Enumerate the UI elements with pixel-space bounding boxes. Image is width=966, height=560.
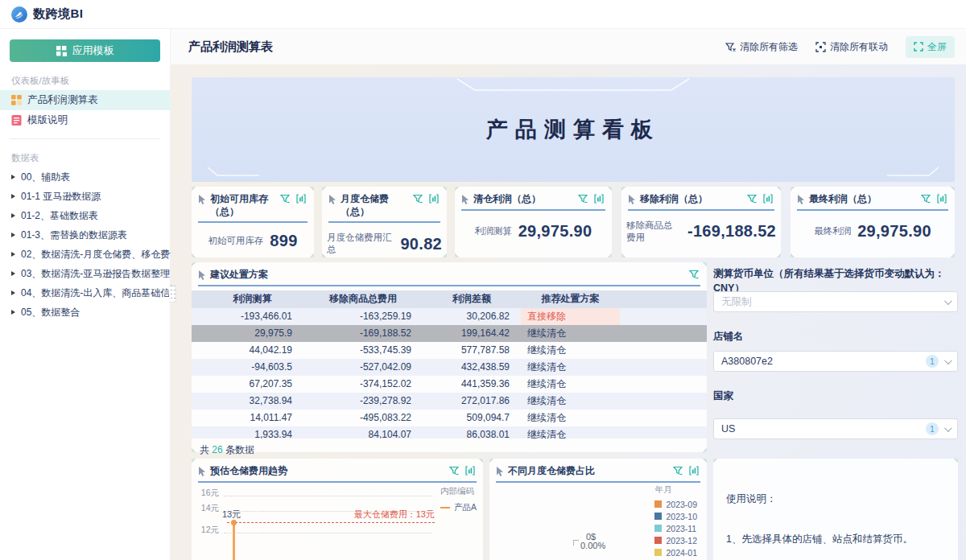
chart-icon[interactable]	[594, 194, 604, 204]
filter-icon[interactable]	[413, 194, 423, 204]
legend-item[interactable]: 2023-11	[654, 522, 697, 534]
footer-suffix: 条数据	[225, 444, 254, 455]
clear-filter-icon	[725, 42, 736, 52]
expand-arrow-icon[interactable]	[11, 175, 15, 179]
cell-plan: 继续清仓	[521, 327, 620, 340]
filter-icon[interactable]	[921, 194, 931, 204]
shop-select[interactable]: A380807e2 1	[713, 351, 958, 372]
table-row[interactable]: 1,933.94 84,104.07 86,038.01 继续清仓	[192, 426, 707, 439]
col-header[interactable]: 移除商品总费用	[303, 292, 423, 306]
expand-arrow-icon[interactable]	[11, 310, 15, 315]
col-header[interactable]: 利润测算	[201, 292, 303, 306]
filter-icon[interactable]	[673, 466, 683, 476]
table-row[interactable]: -193,466.01 -163,259.19 30,206.82 直接移除	[192, 308, 707, 325]
col-header[interactable]: 推荐处置方案	[521, 292, 620, 306]
kpi-card-monthly-storage-fee[interactable]: 月度仓储费（总） 月度仓储费用汇总 90.82	[322, 187, 447, 257]
main-area: 产品利润测算表 清除所有筛选 清除所有联动	[171, 29, 966, 560]
legend-item[interactable]: 2023-12	[654, 534, 697, 546]
sidebar-item-template-notes[interactable]: 模版说明	[0, 110, 170, 130]
table-item-label: 05、数据整合	[21, 306, 80, 319]
chart-icon[interactable]	[429, 194, 439, 204]
sidebar-collapse-handle[interactable]	[169, 285, 176, 303]
y-axis-tick: 12元	[196, 525, 219, 536]
monthly-fee-ratio-pie-card[interactable]: 不同月度仓储费占比 年月 2023-09 2023-10 2023-11 202…	[489, 459, 707, 560]
filter-icon[interactable]	[449, 466, 459, 476]
filter-icon[interactable]	[578, 194, 588, 204]
sidebar-table-item-03[interactable]: 03、数据清洗-亚马逊报告数据整理	[0, 264, 170, 283]
cell-removal-cost: 84,104.07	[303, 429, 423, 439]
fullscreen-icon	[914, 42, 923, 51]
sidebar-table-item-01-2[interactable]: 01-2、基础数据表	[0, 206, 170, 225]
legend-item[interactable]: 2023-09	[654, 498, 697, 510]
chart-icon[interactable]	[689, 466, 699, 476]
legend-item[interactable]: 2023-10	[654, 510, 697, 522]
legend-swatch	[654, 537, 662, 544]
col-header[interactable]: 利润差额	[423, 292, 521, 306]
currency-select[interactable]: 无限制	[713, 291, 958, 312]
sidebar-table-item-05[interactable]: 05、数据整合	[0, 303, 170, 322]
data-point-label: 13元	[222, 509, 241, 521]
sidebar-table-item-01-3[interactable]: 01-3、需替换的数据源表	[0, 225, 170, 245]
sidebar-divider	[10, 138, 160, 139]
usage-step-1: 1、先选择具体的店铺、站点和结算货币。	[726, 533, 913, 546]
sidebar-item-label: 产品利润测算表	[27, 93, 98, 107]
table-row[interactable]: 67,207.35 -374,152.02 441,359.36 继续清仓	[192, 376, 707, 393]
table-footer: 共 26 条数据	[192, 439, 707, 457]
sidebar-table-item-01-1[interactable]: 01-1 亚马逊数据源	[0, 187, 170, 206]
fullscreen-button[interactable]: 全屏	[906, 36, 955, 58]
chart-icon[interactable]	[465, 466, 475, 476]
data-point[interactable]	[231, 520, 237, 525]
filter-icon[interactable]	[747, 194, 757, 204]
dashboard-canvas: 产品测算看板 初始可用库存（总） 初始可用库存 899 月度仓	[171, 64, 966, 560]
kpi-card-clearance-profit[interactable]: 清仓利润（总） 利润测算 29,975.90	[455, 187, 612, 257]
cell-profit-diff: 432,438.59	[423, 361, 521, 373]
legend-item-product-a[interactable]: 产品A	[440, 502, 477, 513]
chevron-down-icon	[944, 424, 952, 432]
kpi-card-final-profit[interactable]: 最终利润（总） 最终利润 29,975.90	[791, 187, 955, 257]
sidebar-item-profit-sheet[interactable]: 产品利润测算表	[0, 90, 170, 110]
apply-template-button[interactable]: 应用模板	[10, 39, 160, 62]
document-icon	[11, 115, 22, 126]
table-row[interactable]: -94,603.5 -527,042.09 432,438.59 继续清仓	[192, 359, 707, 376]
expand-arrow-icon[interactable]	[11, 213, 15, 218]
cell-plan: 继续清仓	[521, 428, 620, 439]
cell-profit: 44,042.19	[201, 344, 303, 356]
country-select[interactable]: US 1	[713, 418, 958, 439]
sidebar-table-item-00[interactable]: 00、辅助表	[0, 167, 170, 187]
storage-fee-trend-chart-card[interactable]: 预估仓储费用趋势 16元 14元 12元 13元 最大仓储费用：13元 内部编码	[192, 459, 483, 560]
grid-icon	[56, 46, 67, 56]
chart-icon[interactable]	[937, 194, 947, 204]
sidebar-table-item-02[interactable]: 02、数据清洗-月度仓储费、移仓费计算	[0, 245, 170, 264]
filter-icon[interactable]	[280, 194, 290, 204]
suggestion-table[interactable]: 利润测算 移除商品总费用 利润差额 推荐处置方案 -193,466.01 -16…	[192, 290, 707, 439]
expand-arrow-icon[interactable]	[11, 233, 15, 237]
row-count: 26	[212, 444, 222, 455]
pie-label-leader-line	[573, 540, 579, 546]
clear-filters-button[interactable]: 清除所有筛选	[725, 40, 798, 54]
table-row-selected[interactable]: 29,975.9 -169,188.52 199,164.42 继续清仓	[192, 325, 707, 342]
suggestion-table-card[interactable]: 建议处置方案 利润测算 移除商品总费用 利润差额 推荐处置方案 -193,4	[192, 262, 707, 452]
sidebar-table-item-04[interactable]: 04、数据清洗-出入库、商品基础信息清洗	[0, 283, 170, 303]
clear-linkage-button[interactable]: 清除所有联动	[815, 40, 888, 54]
table-row[interactable]: 32,738.94 -239,278.92 272,017.86 继续清仓	[192, 393, 707, 410]
expand-arrow-icon[interactable]	[11, 290, 15, 295]
expand-arrow-icon[interactable]	[11, 252, 15, 257]
banner: 产品测算看板	[192, 77, 955, 182]
expand-arrow-icon[interactable]	[11, 194, 15, 199]
kpi-card-removal-profit[interactable]: 移除利润（总） 移除商品总费用 -169,188.52	[621, 187, 781, 257]
kpi-title: 移除利润（总）	[640, 193, 743, 206]
cell-plan: 继续清仓	[521, 360, 620, 374]
usage-notes-card[interactable]: 使用说明： 1、先选择具体的店铺、站点和结算货币。	[713, 459, 958, 560]
table-row[interactable]: 44,042.19 -533,745.39 577,787.58 继续清仓	[192, 342, 707, 359]
chart-icon[interactable]	[296, 194, 306, 204]
table-item-label: 00、辅助表	[21, 171, 70, 184]
chart-icon[interactable]	[763, 194, 773, 204]
expand-arrow-icon[interactable]	[11, 271, 15, 276]
table-item-label: 01-2、基础数据表	[21, 209, 98, 223]
legend-item[interactable]: 2024-01	[654, 546, 697, 558]
filter-icon[interactable]	[689, 270, 699, 279]
cell-plan: 继续清仓	[521, 394, 620, 408]
cell-removal-cost: -374,152.02	[303, 378, 423, 389]
kpi-card-initial-stock[interactable]: 初始可用库存（总） 初始可用库存 899	[192, 187, 314, 257]
table-row[interactable]: 14,011.47 -495,083.22 509,094.7 继续清仓	[192, 410, 707, 426]
